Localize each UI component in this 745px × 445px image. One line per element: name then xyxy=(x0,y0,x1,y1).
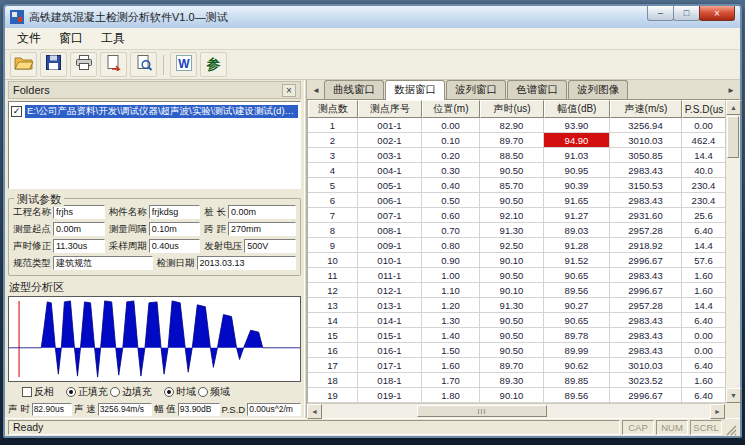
table-cell[interactable]: 2996.67 xyxy=(610,388,682,403)
table-cell[interactable]: 2 xyxy=(308,133,358,148)
tab-曲线窗口[interactable]: 曲线窗口 xyxy=(324,80,384,99)
column-header[interactable]: 测点数 xyxy=(308,100,358,118)
fill-radio[interactable] xyxy=(66,387,76,397)
table-cell[interactable]: 3256.94 xyxy=(610,118,682,133)
table-cell[interactable]: 462.4 xyxy=(682,133,725,148)
table-cell[interactable]: 13 xyxy=(308,298,358,313)
table-cell[interactable]: 19 xyxy=(308,388,358,403)
table-cell[interactable]: 3010.03 xyxy=(610,133,682,148)
table-cell[interactable]: 1.80 xyxy=(422,388,480,403)
table-cell[interactable]: 90.50 xyxy=(480,193,544,208)
resize-grip[interactable] xyxy=(724,422,737,435)
table-cell[interactable]: 57.6 xyxy=(682,253,725,268)
param-value[interactable]: 270mm xyxy=(228,222,296,236)
table-cell[interactable]: 85.70 xyxy=(480,178,544,193)
table-cell[interactable]: 90.10 xyxy=(480,283,544,298)
table-cell[interactable]: 0.00 xyxy=(682,118,725,133)
table-row[interactable]: 3003-10.2088.5091.033050.8514.4 xyxy=(308,148,725,163)
table-cell[interactable]: 2983.43 xyxy=(610,313,682,328)
table-cell[interactable]: 2983.43 xyxy=(610,163,682,178)
table-row[interactable]: 10010-10.9090.1091.522996.6757.6 xyxy=(308,253,725,268)
column-header[interactable]: P.S.D(us xyxy=(682,100,725,118)
table-cell[interactable]: 90.10 xyxy=(480,388,544,403)
table-cell[interactable]: 230.4 xyxy=(682,178,725,193)
table-cell[interactable]: 003-1 xyxy=(358,148,422,163)
table-cell[interactable]: 1 xyxy=(308,118,358,133)
param-value[interactable]: 0.40us xyxy=(149,239,201,253)
table-cell[interactable]: 6.40 xyxy=(682,223,725,238)
table-cell[interactable]: 017-1 xyxy=(358,358,422,373)
table-cell[interactable]: 1.70 xyxy=(422,373,480,388)
table-row[interactable]: 14014-11.3090.5090.652983.436.40 xyxy=(308,313,725,328)
table-cell[interactable]: 0.60 xyxy=(422,208,480,223)
table-row[interactable]: 1001-10.0082.9093.903256.940.00 xyxy=(308,118,725,133)
table-cell[interactable]: 6.40 xyxy=(682,358,725,373)
table-cell[interactable]: 14.4 xyxy=(682,238,725,253)
table-row[interactable]: 6006-10.5090.5091.652983.43230.4 xyxy=(308,193,725,208)
table-cell[interactable]: 1.00 xyxy=(422,268,480,283)
table-cell[interactable]: 89.03 xyxy=(544,223,610,238)
param-value[interactable]: 建筑规范 xyxy=(53,256,153,270)
table-cell[interactable]: 0.40 xyxy=(422,178,480,193)
table-cell[interactable]: 2918.92 xyxy=(610,238,682,253)
table-cell[interactable]: 1.60 xyxy=(682,283,725,298)
table-cell[interactable]: 2983.43 xyxy=(610,328,682,343)
table-cell[interactable]: 89.56 xyxy=(544,283,610,298)
table-cell[interactable]: 82.90 xyxy=(480,118,544,133)
table-cell[interactable]: 90.95 xyxy=(544,163,610,178)
table-cell[interactable]: 2931.60 xyxy=(610,208,682,223)
table-cell[interactable]: 90.62 xyxy=(544,358,610,373)
menu-item[interactable]: 文件 xyxy=(8,28,50,49)
table-cell[interactable]: 89.30 xyxy=(480,373,544,388)
tab-色谱窗口[interactable]: 色谱窗口 xyxy=(507,80,567,99)
table-cell[interactable]: 90.27 xyxy=(544,298,610,313)
table-cell[interactable]: 91.27 xyxy=(544,208,610,223)
horizontal-scrollbar[interactable]: ◄ III ► xyxy=(307,403,725,418)
table-cell[interactable]: 1.50 xyxy=(422,343,480,358)
scroll-up-icon[interactable]: ▲ xyxy=(726,100,741,115)
table-cell[interactable]: 7 xyxy=(308,208,358,223)
table-cell[interactable]: 89.56 xyxy=(544,388,610,403)
reference-button[interactable]: 参 xyxy=(200,52,227,77)
table-cell[interactable]: 1.10 xyxy=(422,283,480,298)
scroll-down-icon[interactable]: ▼ xyxy=(726,388,741,403)
table-row[interactable]: 16016-11.5090.5089.992983.430.00 xyxy=(308,343,725,358)
table-cell[interactable]: 90.10 xyxy=(480,253,544,268)
table-cell[interactable]: 14.4 xyxy=(682,298,725,313)
preview-button[interactable] xyxy=(130,52,157,77)
table-cell[interactable]: 6.40 xyxy=(682,313,725,328)
table-cell[interactable]: 002-1 xyxy=(358,133,422,148)
tab-数据窗口[interactable]: 数据窗口 xyxy=(385,80,445,100)
table-cell[interactable]: 6 xyxy=(308,193,358,208)
table-cell[interactable]: 15 xyxy=(308,328,358,343)
table-cell[interactable]: 16 xyxy=(308,343,358,358)
table-cell[interactable]: 009-1 xyxy=(358,238,422,253)
tab-scroll-left-icon[interactable]: ◄ xyxy=(309,86,323,95)
table-cell[interactable]: 3010.03 xyxy=(610,358,682,373)
table-cell[interactable]: 1.60 xyxy=(682,373,725,388)
table-row[interactable]: 15015-11.4090.5089.782983.430.00 xyxy=(308,328,725,343)
table-cell[interactable]: 92.10 xyxy=(480,208,544,223)
table-cell[interactable]: 8 xyxy=(308,223,358,238)
table-cell[interactable]: 2957.28 xyxy=(610,298,682,313)
table-row[interactable]: 2002-10.1089.7094.903010.03462.4 xyxy=(308,133,725,148)
fill-radio[interactable] xyxy=(110,387,120,397)
table-cell[interactable]: 17 xyxy=(308,358,358,373)
table-row[interactable]: 5005-10.4085.7090.393150.53230.4 xyxy=(308,178,725,193)
table-cell[interactable]: 001-1 xyxy=(358,118,422,133)
table-cell[interactable]: 0.50 xyxy=(422,193,480,208)
table-cell[interactable]: 1.60 xyxy=(422,358,480,373)
menu-item[interactable]: 工具 xyxy=(92,28,134,49)
table-row[interactable]: 18018-11.7089.3089.853023.521.60 xyxy=(308,373,725,388)
hscroll-thumb[interactable]: III xyxy=(417,405,547,417)
table-cell[interactable]: 0.80 xyxy=(422,238,480,253)
table-cell[interactable]: 015-1 xyxy=(358,328,422,343)
minimize-button[interactable]: – xyxy=(647,6,674,21)
table-cell[interactable]: 3 xyxy=(308,148,358,163)
table-cell[interactable]: 88.50 xyxy=(480,148,544,163)
table-cell[interactable]: 0.30 xyxy=(422,163,480,178)
table-cell[interactable]: 018-1 xyxy=(358,373,422,388)
table-row[interactable]: 13013-11.2091.3090.272957.2814.4 xyxy=(308,298,725,313)
close-button[interactable]: × xyxy=(699,6,735,21)
table-cell[interactable]: 2983.43 xyxy=(610,268,682,283)
